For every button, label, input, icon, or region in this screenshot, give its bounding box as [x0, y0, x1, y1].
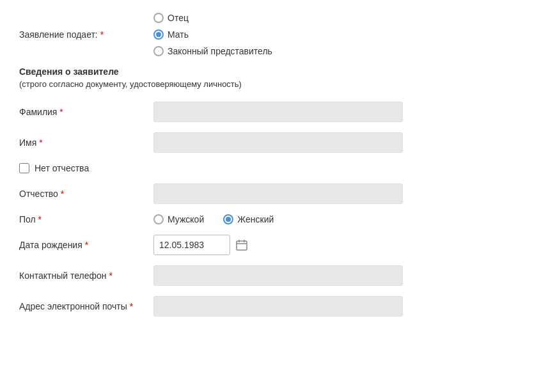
radio-father[interactable]: Отец [153, 13, 272, 23]
gender-row: Пол * Мужской Женский [19, 214, 520, 224]
radio-mother[interactable]: Мать [153, 29, 272, 40]
birthdate-input-wrapper [153, 235, 249, 255]
svg-rect-0 [237, 241, 247, 250]
section-title: Сведения о заявителе [19, 67, 520, 77]
patronymic-row: Отчество * [19, 184, 520, 204]
radio-mother-input[interactable] [153, 29, 164, 40]
applicant-row: Заявление подает: * Отец Мать Законный п… [19, 13, 520, 56]
applicant-label: Заявление подает: * [19, 29, 153, 40]
birthdate-label: Дата рождения * [19, 240, 153, 250]
calendar-icon[interactable] [234, 237, 249, 253]
applicant-form: Заявление подает: * Отец Мать Законный п… [19, 13, 520, 317]
phone-input[interactable] [153, 265, 403, 286]
phone-label: Контактный телефон * [19, 270, 153, 281]
surname-label: Фамилия * [19, 107, 153, 117]
applicant-radio-group: Отец Мать Законный представитель [153, 13, 272, 56]
radio-female-input[interactable] [223, 214, 233, 224]
surname-input[interactable] [153, 102, 403, 122]
email-row: Адрес электронной почты * [19, 296, 520, 317]
surname-input-wrapper [153, 102, 403, 122]
radio-male[interactable]: Мужской [153, 214, 204, 224]
name-input-wrapper [153, 132, 403, 153]
radio-female[interactable]: Женский [223, 214, 274, 224]
email-input-wrapper [153, 296, 403, 317]
surname-row: Фамилия * [19, 102, 520, 122]
gender-label: Пол * [19, 214, 153, 224]
email-label: Адрес электронной почты * [19, 301, 153, 311]
name-input[interactable] [153, 132, 403, 153]
no-patronymic-label[interactable]: Нет отчества [35, 163, 89, 173]
no-patronymic-checkbox[interactable] [19, 163, 29, 173]
name-row: Имя * [19, 132, 520, 153]
phone-input-wrapper [153, 265, 403, 286]
radio-male-input[interactable] [153, 214, 164, 224]
patronymic-input-wrapper [153, 184, 403, 204]
section-subtitle: (строго согласно документу, удостоверяющ… [19, 79, 520, 89]
name-label: Имя * [19, 137, 153, 148]
radio-father-input[interactable] [153, 13, 164, 23]
no-patronymic-row: Нет отчества [19, 163, 520, 173]
required-star: * [100, 29, 104, 40]
patronymic-input[interactable] [153, 184, 403, 204]
gender-options: Мужской Женский [153, 214, 274, 224]
radio-legal-rep-input[interactable] [153, 46, 164, 56]
phone-row: Контактный телефон * [19, 265, 520, 286]
birthdate-input[interactable] [153, 235, 230, 255]
birthdate-row: Дата рождения * [19, 235, 520, 255]
radio-legal-rep[interactable]: Законный представитель [153, 46, 272, 56]
email-input[interactable] [153, 296, 403, 317]
patronymic-label: Отчество * [19, 189, 153, 199]
